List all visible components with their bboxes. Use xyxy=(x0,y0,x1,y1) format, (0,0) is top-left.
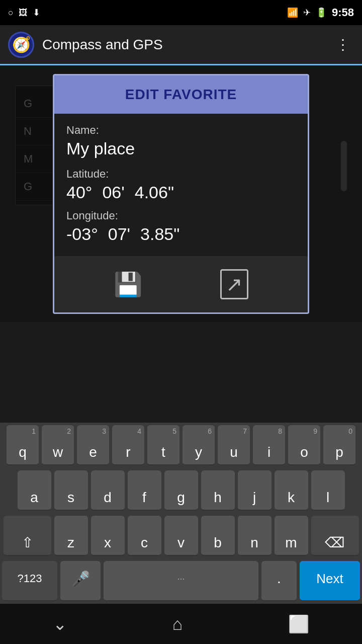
airplane-icon: ✈ xyxy=(303,7,311,18)
name-value[interactable]: My place xyxy=(66,139,296,158)
recents-button[interactable]: ⬜ xyxy=(273,609,324,639)
app-icon: 🧭 xyxy=(8,32,34,58)
key-b[interactable]: b xyxy=(201,516,235,556)
latitude-label: Latitude: xyxy=(66,168,296,181)
next-label: Next xyxy=(316,571,343,587)
share-icon: ↗ xyxy=(220,269,248,299)
key-c[interactable]: c xyxy=(128,516,161,556)
main-content: G N M G EDIT FAVORITE Name: My place Lat… xyxy=(0,65,362,322)
key-d[interactable]: d xyxy=(91,470,125,511)
symbols-label: ?123 xyxy=(18,572,42,585)
wifi-icon: 📶 xyxy=(287,7,298,18)
key-a[interactable]: a xyxy=(18,470,51,511)
battery-icon: 🔋 xyxy=(316,7,327,18)
download-icon: ⬇ xyxy=(33,7,40,18)
compass-icon: 🧭 xyxy=(12,36,31,53)
key-o[interactable]: 9o xyxy=(288,425,320,465)
next-key[interactable]: Next xyxy=(300,561,360,601)
space-label: ··· xyxy=(177,574,185,584)
latitude-row: 40° 06' 4.06" xyxy=(66,183,296,202)
dialog-title: EDIT FAVORITE xyxy=(54,75,308,114)
key-t[interactable]: 5t xyxy=(147,425,179,465)
save-button[interactable]: 💾 xyxy=(110,265,146,303)
key-g[interactable]: g xyxy=(164,470,198,511)
keyboard: 1q 2w 3e 4r 5t 6y 7u 8i 9o 0p a s d f g … xyxy=(0,423,362,604)
lat-min[interactable]: 06' xyxy=(102,183,124,202)
nav-bar: ⌄ ⌂ ⬜ xyxy=(0,604,362,644)
space-key[interactable]: ··· xyxy=(104,561,258,601)
photo-icon: 🖼 xyxy=(19,8,28,18)
key-u[interactable]: 7u xyxy=(218,425,250,465)
key-v[interactable]: v xyxy=(164,516,198,556)
longitude-row: -03° 07' 3.85" xyxy=(66,224,296,244)
lat-sec[interactable]: 4.06" xyxy=(135,183,174,202)
key-i[interactable]: 8i xyxy=(253,425,285,465)
dialog-title-text: EDIT FAVORITE xyxy=(125,87,237,102)
edit-favorite-dialog: EDIT FAVORITE Name: My place Latitude: 4… xyxy=(53,74,309,314)
lat-deg[interactable]: 40° xyxy=(66,183,92,202)
keyboard-row-1: 1q 2w 3e 4r 5t 6y 7u 8i 9o 0p xyxy=(0,423,362,468)
key-h[interactable]: h xyxy=(201,470,235,511)
shift-key[interactable]: ⇧ xyxy=(4,516,51,556)
share-button[interactable]: ↗ xyxy=(216,265,252,303)
period-label: . xyxy=(277,571,281,587)
status-time: 9:58 xyxy=(332,6,354,19)
longitude-label: Longitude: xyxy=(66,209,296,222)
key-y[interactable]: 6y xyxy=(183,425,215,465)
back-button[interactable]: ⌄ xyxy=(38,609,82,639)
app-title: Compass and GPS xyxy=(42,37,332,53)
save-icon: 💾 xyxy=(114,271,142,297)
key-n[interactable]: n xyxy=(238,516,272,556)
key-q[interactable]: 1q xyxy=(7,425,39,465)
signal-icon: ○ xyxy=(8,8,14,18)
microphone-icon: 🎤 xyxy=(71,570,90,588)
keyboard-row-4: ?123 🎤 ··· . Next xyxy=(0,558,362,604)
key-k[interactable]: k xyxy=(275,470,308,511)
key-e[interactable]: 3e xyxy=(77,425,109,465)
key-s[interactable]: s xyxy=(54,470,88,511)
key-r[interactable]: 4r xyxy=(112,425,144,465)
key-l[interactable]: l xyxy=(311,470,345,511)
period-key[interactable]: . xyxy=(261,561,297,601)
key-w[interactable]: 2w xyxy=(42,425,74,465)
key-z[interactable]: z xyxy=(54,516,88,556)
keyboard-row-2: a s d f g h j k l xyxy=(0,468,362,513)
key-j[interactable]: j xyxy=(238,470,272,511)
name-label: Name: xyxy=(66,124,296,137)
delete-key[interactable]: ⌫ xyxy=(311,516,359,556)
app-bar: 🧭 Compass and GPS ⋮ xyxy=(0,25,362,65)
lon-min[interactable]: 07' xyxy=(108,224,130,244)
key-f[interactable]: f xyxy=(128,470,161,511)
key-p[interactable]: 0p xyxy=(323,425,355,465)
lon-sec[interactable]: 3.85" xyxy=(140,224,179,244)
home-button[interactable]: ⌂ xyxy=(157,609,198,639)
overflow-menu-button[interactable]: ⋮ xyxy=(332,32,354,57)
key-m[interactable]: m xyxy=(275,516,308,556)
keyboard-row-3: ⇧ z x c v b n m ⌫ xyxy=(0,513,362,558)
dialog-overlay: EDIT FAVORITE Name: My place Latitude: 4… xyxy=(0,65,362,322)
microphone-key[interactable]: 🎤 xyxy=(60,561,101,601)
key-x[interactable]: x xyxy=(91,516,125,556)
symbols-key[interactable]: ?123 xyxy=(2,561,57,601)
status-bar: ○ 🖼 ⬇ 📶 ✈ 🔋 9:58 xyxy=(0,0,362,25)
dialog-actions: 💾 ↗ xyxy=(54,256,308,312)
dialog-body: Name: My place Latitude: 40° 06' 4.06" L… xyxy=(54,114,308,256)
lon-deg[interactable]: -03° xyxy=(66,224,98,244)
